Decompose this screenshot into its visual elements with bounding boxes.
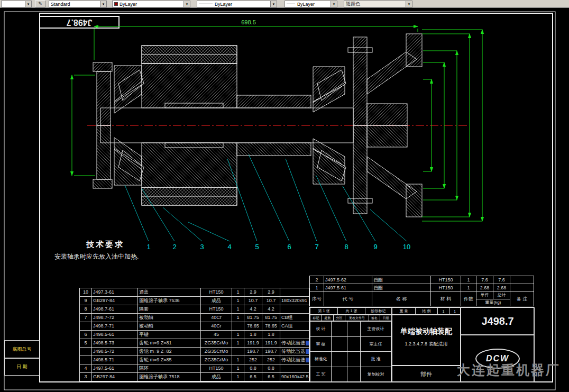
cell-name: 齿轮 m=9 Z=81 <box>138 339 200 347</box>
plotstyle-value: 随颜色 <box>346 1 360 7</box>
cell-material: 40Cr <box>201 314 232 322</box>
lineweight-combo[interactable]: ByLayer ▼ <box>284 1 337 7</box>
cell-remark: 传动比当选时,用 <box>280 339 309 347</box>
cell-unit-weight: 81.75 <box>244 314 262 322</box>
cell-unit-weight: 78.65 <box>244 322 262 330</box>
margin-box-date: 日 期 <box>4 358 40 376</box>
assembly-title-cell: 单端被动轴装配 1.2.3.4.7.8 装配法用 <box>392 315 461 366</box>
overall-dimension-text: 698.5 <box>241 19 256 25</box>
header-qty: 件数 <box>461 292 476 306</box>
cell-material: 40Cr <box>201 322 232 330</box>
rev-sign-label: 签名 <box>369 315 380 321</box>
cell-total-weight: 10.7 <box>262 297 280 305</box>
cell-material: ZG35CrMo <box>201 348 232 355</box>
cell-remark: 传动比当选时,用 <box>280 356 309 364</box>
cell-unit-weight: 2.9 <box>244 288 262 296</box>
sign-blank <box>332 322 347 337</box>
cell-qty: 1 <box>232 356 244 364</box>
header-total-weight: 总计 <box>493 292 510 299</box>
tech-requirements-note: 安装轴承时应先放入油中加热. <box>54 253 139 260</box>
cell-total-weight: 198.7 <box>262 348 280 355</box>
dropdown-arrow-icon[interactable]: ▼ <box>25 1 31 7</box>
linetype-combo[interactable]: ByLayer ▼ <box>197 1 277 7</box>
cell-total-weight: 78.65 <box>262 322 280 330</box>
cell-total-weight: 81.75 <box>262 314 280 322</box>
remark-text: 传动比当选 <box>281 357 305 362</box>
cell-unit-weight: 4.2 <box>244 305 262 313</box>
linetype-value: ByLayer <box>215 2 232 7</box>
cell-code: J498.5-72 <box>92 348 137 355</box>
margin-box-archive-number: 底图总号 <box>4 340 40 358</box>
signature-grid: 设 计 主管设计 审 核 室主任 标准化 批 准 工 艺 复制校对 <box>310 321 392 382</box>
cell-remark: CB组 <box>280 314 309 322</box>
sign-blank <box>347 322 361 337</box>
cell-qty: 1 <box>232 339 244 347</box>
cell-qty: 1 <box>232 297 244 305</box>
header-seq: 序号 <box>310 292 324 306</box>
cell-remark: 180x320x91 <box>280 297 309 305</box>
dropdown-arrow-icon[interactable]: ▼ <box>270 1 277 7</box>
dropdown-arrow-icon[interactable]: ▼ <box>331 1 337 7</box>
cell-code: J497.5-61 <box>92 364 137 372</box>
header-unit-weight: 单件 <box>476 292 493 299</box>
header-material: 材 料 <box>431 292 461 306</box>
cell-unit-weight: 2.68 <box>476 284 493 291</box>
dropdown-arrow-icon[interactable]: ▼ <box>100 1 106 7</box>
title-block: 第 1 张 共 1 张 阶段标记 重 量 比 例 1 1 J498.7 标记 处… <box>309 307 534 382</box>
part-type-label: 部件 <box>392 366 461 382</box>
assembly-subtitle: 1.2.3.4.7.8 装配法用 <box>405 341 447 348</box>
cell-seq: 10 <box>80 288 91 296</box>
cell-qty: 1 <box>232 314 244 322</box>
cell-remark: 90x160x42.5 <box>280 373 309 381</box>
cell-total-weight: 191.9 <box>262 339 280 347</box>
cell-material: ZG35CrMo <box>201 356 232 364</box>
unnamed-combo[interactable]: ▼ <box>1 1 32 7</box>
cell-remark <box>510 276 534 284</box>
cell-seq: 9 <box>80 297 91 305</box>
stage-mark-label: 阶段标记 <box>365 308 391 314</box>
cell-remark <box>280 288 309 296</box>
color-swatch-icon <box>114 2 118 6</box>
cell-material: HT150 <box>201 364 232 372</box>
cell-code: J498.7-72 <box>92 314 137 322</box>
cell-seq: 5 <box>80 339 91 347</box>
assembly-section <box>93 34 422 125</box>
cell-qty: 1 <box>461 284 476 291</box>
cell-code: J498.5-73 <box>92 339 137 347</box>
cell-unit-weight: 191.9 <box>244 339 262 347</box>
sheet-number: 第 1 张 <box>310 308 338 314</box>
cell-qty: 1 <box>232 305 244 313</box>
dropdown-arrow-icon[interactable]: ▼ <box>183 1 190 7</box>
highlight-chip <box>306 358 309 362</box>
header-weight-group: 单件 总计 重量(kg) <box>476 292 510 306</box>
plotstyle-combo[interactable]: 随颜色 ▼ <box>344 1 412 7</box>
callout-6: 6 <box>287 243 291 251</box>
cell-name: 被动轴 <box>138 322 200 330</box>
cell-material: 成品 <box>201 297 232 305</box>
scale-label: 比 例 <box>416 308 438 314</box>
cell-name: 齿轮 m=9 Z=82 <box>138 348 200 355</box>
cell-unit-weight: 0.8 <box>244 364 262 372</box>
sign-label-2: 室主任 <box>361 337 391 352</box>
cell-unit-weight: 1.8 <box>244 331 262 339</box>
callout-1: 1 <box>146 243 150 251</box>
callout-2: 2 <box>172 243 176 251</box>
scale-value-2: 1 <box>449 308 460 314</box>
rev-docno-label: 更改文件号 <box>345 315 369 321</box>
text-style-combo[interactable]: Standard ▼ <box>49 1 107 7</box>
dropdown-arrow-icon[interactable]: ▼ <box>406 1 412 7</box>
cell-remark <box>280 305 309 313</box>
cell-code: J497.5-61 <box>324 284 372 291</box>
cell-qty: 1 <box>232 373 244 381</box>
cell-code: J498.5-61 <box>92 331 137 339</box>
cell-remark <box>280 331 309 339</box>
cell-seq <box>80 322 91 330</box>
text-style-button[interactable]: ✎ <box>35 1 45 7</box>
cell-material: HT150 <box>431 284 461 291</box>
color-control-combo[interactable]: ByLayer ▼ <box>112 1 190 7</box>
bom-table-continuation: 10 J497.3-61 通盖 HT150 1 2.9 2.9 9 GB297-… <box>79 288 309 381</box>
linetype-line-icon <box>199 4 213 4</box>
mirrored-title-text: J498.7 <box>66 18 92 27</box>
scale-value-1: 1 <box>438 308 449 314</box>
cell-material: HT150 <box>431 276 461 284</box>
